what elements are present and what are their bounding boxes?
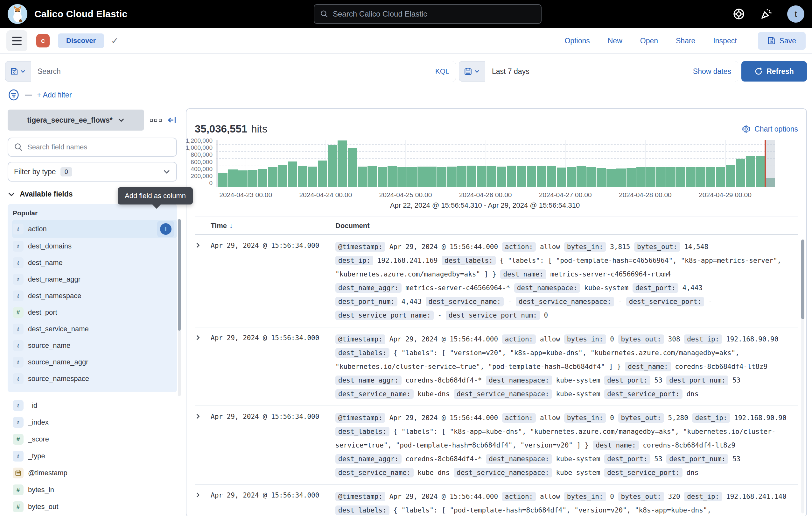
sidebar-scrollbar[interactable] [178,219,181,396]
calico-logo[interactable] [8,4,27,24]
field-name: _id [28,401,37,410]
user-avatar[interactable]: t [787,5,804,23]
field-item-_score[interactable]: #_score [12,431,177,447]
field-name-badge: dest_name_aggr: [336,454,402,464]
field-type-t-icon: t [13,357,24,368]
field-name: _index [28,418,49,427]
field-item-@timestamp[interactable]: @timestamp [12,465,177,481]
field-name-badge: dest_port_num: [666,454,728,464]
field-item-dest_service_name[interactable]: tdest_service_name [12,321,177,337]
time-column-header[interactable]: Time↓ [211,222,336,230]
open-link[interactable]: Open [640,37,658,45]
field-name-badge: action: [502,413,536,423]
app-title: Calico Cloud Elastic [34,8,127,20]
global-header: Calico Cloud Elastic [0,0,812,28]
news-icon[interactable] [760,8,773,20]
saved-query-icon [10,67,18,75]
new-link[interactable]: New [608,37,622,45]
chevron-down-icon [20,69,26,74]
nav-menu: Options New Open Share Inspect Save [564,32,806,50]
field-name-badge: bytes_out: [618,413,664,423]
inspect-link[interactable]: Inspect [713,37,736,45]
y-axis-labels: 0200,000400,000600,000800,0001,000,0001,… [195,140,216,187]
expand-row-button[interactable] [195,411,211,480]
chevron-down-icon [163,168,171,175]
field-item-_index[interactable]: t_index [12,414,177,431]
field-search-input[interactable] [27,143,171,151]
field-name: dest_service_name [28,325,89,333]
field-item-dest_namespace[interactable]: tdest_namespace [12,288,177,304]
expand-row-button[interactable] [195,332,211,401]
menu-button[interactable] [6,30,27,51]
query-search-input[interactable] [37,67,431,76]
field-item-dest_name_aggr[interactable]: tdest_name_aggr [12,271,177,288]
saved-query-menu[interactable] [5,61,31,82]
field-item-_id[interactable]: t_id [12,397,177,414]
field-item-bytes_out[interactable]: #bytes_out [12,498,177,515]
field-name: bytes_out [28,503,58,511]
field-name-badge: dest_service_port: [604,389,683,399]
global-search-input[interactable] [333,9,524,19]
field-item-_type[interactable]: t_type [12,448,177,464]
field-name: dest_port [28,308,57,317]
field-item-bytes_in[interactable]: #bytes_in [12,482,177,498]
share-link[interactable]: Share [676,37,695,45]
field-item-action[interactable]: taction+ [12,220,177,238]
field-type-num-icon: # [13,501,24,512]
calico-cat-icon [8,4,27,24]
calendar-icon [464,67,472,76]
field-name-badge: dest_name: [625,362,671,372]
histogram-bars[interactable] [216,140,775,187]
field-item-dest_domains[interactable]: tdest_domains [12,238,177,254]
index-pattern-selector[interactable]: tigera_secure_ee_flows* [8,110,144,131]
field-name-badge: dest_service_port_name: [336,310,434,320]
save-button[interactable]: Save [758,32,806,50]
filter-count-badge: 0 [60,167,72,176]
global-search[interactable] [314,4,542,24]
table-scrollbar[interactable] [801,240,804,513]
field-item-dest_name[interactable]: tdest_name [12,254,177,271]
query-bar: KQL Last 7 days Show dates [0,54,812,85]
collapse-sidebar-icon[interactable] [167,115,177,125]
current-time-marker [764,140,766,187]
show-dates-button[interactable]: Show dates [693,67,731,76]
field-name: bytes_in [28,486,54,494]
document-row: Apr 29, 2024 @ 15:56:34.000@timestamp: A… [195,235,798,327]
field-name-badge: dest_ip: [692,413,730,423]
filter-icon[interactable] [8,89,20,101]
documents-table: Time↓ Document Apr 29, 2024 @ 15:56:34.0… [195,217,798,516]
field-name-badge: dest_ip: [684,334,722,344]
field-name-badge: dest_service_port: [604,468,683,478]
field-search[interactable] [8,138,177,157]
field-name-badge: dest_port_num: [336,297,398,306]
field-item-dest_port[interactable]: #dest_port [12,304,177,321]
expand-row-button[interactable] [195,490,211,516]
row-timestamp: Apr 29, 2024 @ 15:56:34.000 [211,490,336,516]
help-icon[interactable] [732,8,745,20]
space-badge[interactable]: c [36,34,50,48]
field-display-options-icon[interactable] [150,119,162,122]
field-name-badge: dest_name: [500,269,546,279]
field-type-t-icon: t [13,451,24,462]
chart-options-button[interactable]: Chart options [742,125,798,133]
refresh-button[interactable]: Refresh [742,61,807,82]
add-filter-button[interactable]: + Add filter [37,91,71,99]
time-range-value[interactable]: Last 7 days [492,67,529,76]
expand-row-button[interactable] [195,240,211,322]
row-timestamp: Apr 29, 2024 @ 15:56:34.000 [211,411,336,480]
options-link[interactable]: Options [564,37,589,45]
field-name: dest_namespace [28,292,82,300]
date-picker-menu[interactable] [459,61,485,82]
field-item-source_name[interactable]: tsource_name [12,337,177,354]
filter-by-type-select[interactable]: Filter by type 0 [8,162,177,182]
field-item-source_namespace[interactable]: tsource_namespace [12,371,177,387]
field-type-t-icon: t [13,324,24,334]
query-language-button[interactable]: KQL [435,67,449,76]
field-name-badge: @timestamp: [336,334,385,344]
row-document: @timestamp: Apr 29, 2024 @ 15:56:44.000 … [336,240,798,322]
breadcrumb[interactable]: Discover [58,33,104,48]
field-item-source_name_aggr[interactable]: tsource_name_aggr [12,354,177,371]
hits-histogram[interactable]: 0200,000400,000600,000800,0001,000,0001,… [195,140,775,210]
document-row: Apr 29, 2024 @ 15:56:34.000@timestamp: A… [195,406,798,485]
add-field-as-column-button[interactable]: + [160,223,172,235]
